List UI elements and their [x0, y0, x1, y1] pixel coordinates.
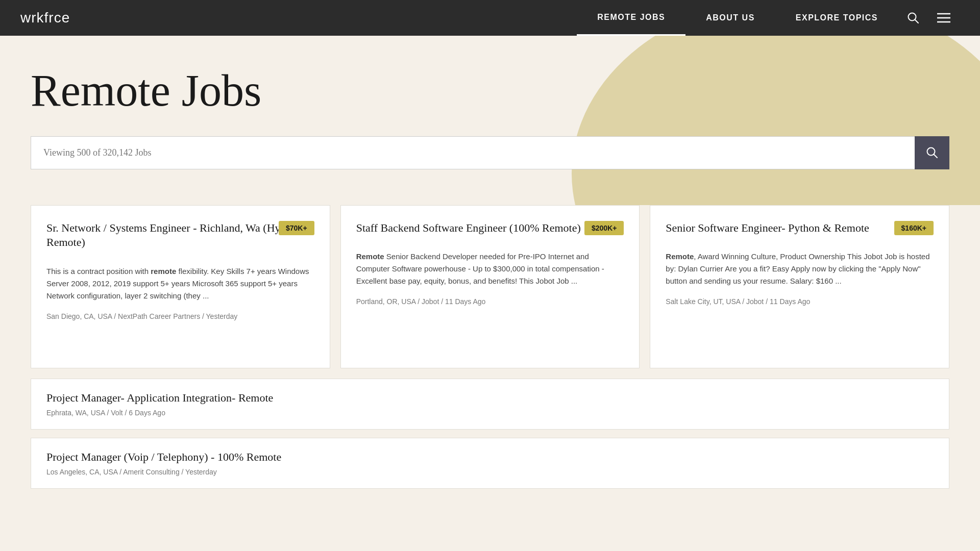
job-card[interactable]: Senior Software Engineer- Python & Remot… — [650, 205, 949, 368]
job-card-meta: Portland, OR, USA / Jobot / 11 Days Ago — [356, 297, 624, 306]
search-button[interactable] — [915, 136, 949, 169]
job-card-title: Staff Backend Software Engineer (100% Re… — [356, 221, 624, 236]
job-row-meta: Los Angeles, CA, USA / Amerit Consulting… — [46, 468, 934, 476]
svg-line-6 — [934, 155, 938, 158]
job-row[interactable]: Project Manager- Application Integration… — [31, 379, 949, 430]
hero-background-circle — [572, 36, 980, 205]
job-cards-row: Sr. Network / Systems Engineer - Richlan… — [31, 205, 949, 368]
job-card[interactable]: Sr. Network / Systems Engineer - Richlan… — [31, 205, 330, 368]
main-nav: REMOTE JOBS ABOUT US EXPLORE TOPICS — [577, 0, 960, 36]
header: wrkfrce REMOTE JOBS ABOUT US EXPLORE TOP… — [0, 0, 980, 36]
hero-section: Remote Jobs — [0, 36, 980, 205]
job-card-meta: Salt Lake City, UT, USA / Jobot / 11 Day… — [666, 297, 934, 306]
page-title: Remote Jobs — [31, 66, 949, 116]
svg-line-1 — [915, 20, 919, 23]
main-content: Sr. Network / Systems Engineer - Richlan… — [0, 205, 980, 528]
salary-badge: $160K+ — [894, 221, 934, 235]
job-card-description: This is a contract position with remote … — [46, 265, 314, 302]
job-card-description: Remote, Award Winning Culture, Product O… — [666, 251, 934, 287]
salary-badge: $200K+ — [584, 221, 624, 235]
job-card[interactable]: Staff Backend Software Engineer (100% Re… — [340, 205, 640, 368]
menu-icon[interactable] — [928, 0, 960, 36]
job-card-description: Remote Senior Backend Developer needed f… — [356, 251, 624, 287]
nav-remote-jobs[interactable]: REMOTE JOBS — [577, 0, 685, 36]
search-input[interactable] — [31, 136, 915, 169]
nav-explore-topics[interactable]: EXPLORE TOPICS — [775, 0, 898, 36]
salary-badge: $70K+ — [279, 221, 314, 235]
logo[interactable]: wrkfrce — [20, 10, 70, 26]
nav-about-us[interactable]: ABOUT US — [685, 0, 775, 36]
search-container — [31, 136, 949, 169]
job-card-meta: San Diego, CA, USA / NextPath Career Par… — [46, 312, 314, 320]
job-row-title: Project Manager- Application Integration… — [46, 391, 934, 405]
search-icon[interactable] — [898, 0, 928, 36]
job-card-title: Senior Software Engineer- Python & Remot… — [666, 221, 934, 236]
job-card-title: Sr. Network / Systems Engineer - Richlan… — [46, 221, 314, 250]
job-row-title: Project Manager (Voip / Telephony) - 100… — [46, 450, 934, 464]
job-row[interactable]: Project Manager (Voip / Telephony) - 100… — [31, 438, 949, 489]
job-row-meta: Ephrata, WA, USA / Volt / 6 Days Ago — [46, 409, 934, 417]
